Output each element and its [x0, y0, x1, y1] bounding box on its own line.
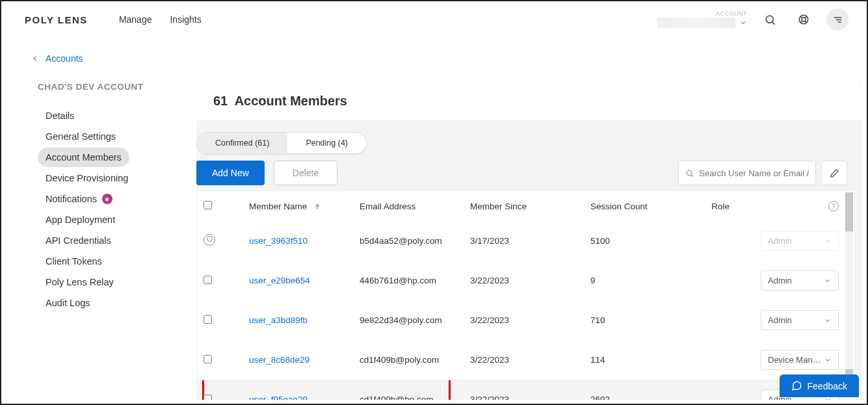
svg-line-12 — [691, 174, 692, 176]
col-member-name[interactable]: Member Name — [243, 191, 353, 221]
table-row: user_a3bd89fb9e822d34@poly.com3/22/20237… — [197, 300, 854, 340]
nav-manage[interactable]: Manage — [119, 14, 152, 25]
role-select[interactable]: Admin — [761, 270, 839, 291]
help-icon[interactable]: ? — [828, 201, 839, 211]
add-new-button[interactable]: Add New — [196, 161, 265, 185]
svg-point-0 — [766, 16, 773, 23]
menu-button[interactable] — [826, 8, 848, 31]
breadcrumb[interactable]: Accounts — [31, 53, 867, 64]
account-switcher[interactable]: ACCOUNT — [657, 11, 747, 28]
member-email: 446b761d@hp.com — [353, 261, 464, 300]
member-name-link[interactable]: user_f95eae29 — [249, 395, 308, 400]
table-scrollbar[interactable] — [845, 192, 853, 380]
col-session-count[interactable]: Session Count — [584, 191, 705, 221]
member-since: 3/22/2023 — [464, 300, 584, 340]
sidebar-item-account-members[interactable]: Account Members — [38, 148, 129, 167]
page-title: 61 Account Members — [196, 82, 861, 120]
app-logo[interactable]: POLY LENS — [25, 14, 88, 25]
role-select[interactable]: Admin — [761, 310, 839, 330]
scroll-thumb[interactable] — [845, 192, 853, 231]
sidebar-item-label: General Settings — [46, 131, 116, 142]
member-email: b5d4aa52@poly.com — [353, 221, 464, 261]
table-row: user_3963f510b5d4aa52@poly.com3/17/20235… — [197, 221, 854, 261]
role-label: Admin — [768, 236, 792, 246]
sidebar-item-client-tokens[interactable]: Client Tokens — [38, 252, 116, 271]
help-support-button[interactable] — [793, 8, 815, 31]
select-all-checkbox[interactable] — [204, 201, 212, 209]
member-since: 3/22/2023 — [464, 340, 584, 380]
sidebar-item-label: App Deployment — [46, 215, 115, 225]
session-count: 9 — [584, 261, 705, 300]
sidebar-account-title: CHAD'S DEV ACCOUNT — [38, 82, 196, 92]
star-badge-icon: ★ — [102, 194, 112, 204]
delete-button[interactable]: Delete — [274, 161, 337, 185]
session-count: 2692 — [584, 380, 705, 400]
member-email: 9e822d34@poly.com — [353, 300, 464, 340]
search-icon — [685, 168, 694, 178]
svg-line-5 — [805, 16, 807, 18]
sidebar-item-label: Details — [46, 111, 74, 121]
search-input[interactable] — [699, 168, 809, 178]
role-select: Admin — [761, 231, 839, 251]
svg-point-11 — [687, 170, 692, 176]
sidebar-item-general-settings[interactable]: General Settings — [38, 127, 124, 146]
chevron-down-icon — [824, 237, 832, 245]
member-name-link[interactable]: user_8c68de29 — [249, 355, 309, 365]
chevron-down-icon — [824, 277, 832, 285]
account-name-redacted — [657, 18, 735, 28]
sidebar-item-device-provisioning[interactable]: Device Provisioning — [38, 168, 136, 188]
col-member-since[interactable]: Member Since — [464, 191, 584, 221]
member-since: 3/22/2023 — [464, 380, 584, 400]
sidebar-item-label: API Credentials — [46, 235, 111, 246]
search-box[interactable] — [678, 161, 816, 185]
pencil-icon — [830, 168, 839, 178]
lifebuoy-icon — [798, 14, 809, 25]
member-name-link[interactable]: user_3963f510 — [249, 236, 308, 246]
session-count: 710 — [584, 300, 705, 340]
member-since: 3/17/2023 — [464, 221, 584, 261]
member-name-link[interactable]: user_e29be654 — [249, 276, 310, 285]
col-email[interactable]: Email Address — [353, 191, 464, 221]
sidebar-item-label: Device Provisioning — [46, 173, 128, 183]
sidebar-item-label: Account Members — [46, 152, 122, 163]
row-checkbox[interactable] — [204, 315, 212, 324]
tab-confirmed[interactable]: Confirmed (61) — [197, 133, 287, 153]
member-email: cd1f409b@poly.com — [353, 340, 464, 380]
sidebar-item-label: Notifications — [46, 194, 97, 204]
sort-asc-icon — [313, 203, 321, 211]
sidebar-item-api-credentials[interactable]: API Credentials — [38, 231, 119, 250]
svg-line-4 — [800, 16, 802, 18]
breadcrumb-link[interactable]: Accounts — [46, 53, 83, 64]
nav-insights[interactable]: Insights — [170, 14, 201, 25]
member-since: 3/22/2023 — [464, 261, 584, 300]
row-checkbox[interactable] — [204, 276, 212, 284]
search-button[interactable] — [759, 8, 781, 31]
sidebar-item-label: Client Tokens — [46, 256, 102, 267]
tab-pending[interactable]: Pending (4) — [287, 133, 366, 153]
member-name-link[interactable]: user_a3bd89fb — [249, 315, 308, 325]
svg-point-3 — [802, 18, 806, 21]
sidebar-item-audit-logs[interactable]: Audit Logs — [38, 293, 116, 313]
role-select[interactable]: Device Man… — [761, 350, 839, 370]
chat-icon — [791, 380, 802, 391]
feedback-button[interactable]: Feedback — [780, 374, 859, 397]
chevron-down-icon — [824, 317, 832, 324]
menu-icon — [832, 14, 843, 25]
chevron-down-icon — [739, 19, 747, 27]
sidebar-item-app-deployment[interactable]: App Deployment — [38, 210, 123, 229]
svg-line-6 — [800, 21, 802, 23]
member-email: cd1f409b@hp.com — [353, 380, 464, 400]
sidebar-item-notifications[interactable]: Notifications★ — [38, 189, 120, 209]
role-label: Admin — [768, 315, 792, 325]
edit-columns-button[interactable] — [821, 161, 847, 185]
row-checkbox[interactable] — [204, 355, 212, 363]
sidebar-item-label: Poly Lens Relay — [46, 277, 114, 287]
account-label: ACCOUNT — [716, 11, 747, 18]
session-count: 114 — [584, 340, 705, 380]
row-checkbox[interactable] — [204, 395, 212, 400]
role-label: Device Man… — [768, 355, 821, 365]
role-label: Admin — [768, 276, 792, 285]
sidebar-item-poly-lens-relay[interactable]: Poly Lens Relay — [38, 272, 122, 292]
sidebar-item-details[interactable]: Details — [38, 106, 116, 125]
chevron-left-icon — [31, 55, 39, 62]
